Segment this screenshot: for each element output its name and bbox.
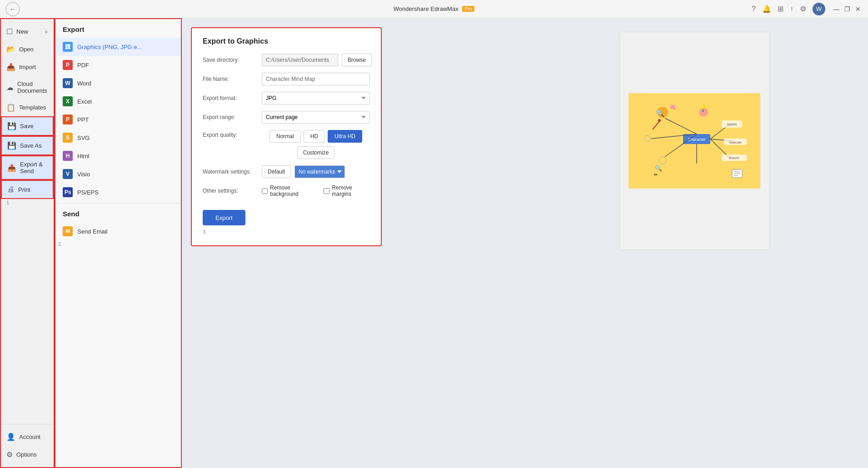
remove-background-label[interactable]: Remove background [262, 184, 316, 197]
save-directory-row: Save directory: Browse [203, 54, 370, 66]
ppt-icon: P [63, 115, 73, 124]
customize-button[interactable]: Customize [297, 146, 335, 159]
sidebar-step-label: 1. [1, 199, 54, 206]
watermark-control: Default No watermarks [262, 165, 370, 178]
html-icon: H [63, 151, 73, 161]
svg-text:🧠: 🧠 [669, 104, 676, 110]
preview-image: Character [620, 32, 769, 249]
svg-text:🔍: 🔍 [655, 164, 663, 172]
sidebar-item-options[interactable]: ⚙ Options [1, 446, 54, 463]
notification-icon[interactable]: 🔔 [762, 5, 771, 13]
export-item-pdf[interactable]: P PDF [55, 56, 181, 74]
export-quality-label: Export quality: [203, 130, 262, 138]
mindmap-svg: Character [629, 93, 760, 189]
svg-text:✏: ✏ [654, 172, 658, 177]
quality-ultrahd-button[interactable]: Ultra HD [328, 130, 362, 143]
svg-text:Character: Character [688, 137, 706, 142]
sidebar-templates-label: Templates [19, 104, 46, 111]
preview-box: Character [619, 32, 769, 250]
export-format-control: JPG PNG BMP TIFF SVG [262, 92, 370, 105]
help-icon[interactable]: ? [752, 5, 756, 13]
sidebar-item-account[interactable]: 👤 Account [1, 428, 54, 446]
export-range-control: Current page All pages Selected objects [262, 111, 370, 124]
sidebar-item-templates[interactable]: 📋 Templates [1, 99, 54, 116]
export-svg-label: SVG [77, 134, 90, 141]
sidebar-open-label: Open [19, 46, 34, 53]
export-email-label: Send Email [77, 228, 107, 235]
save-icon: 💾 [7, 122, 16, 130]
user-avatar[interactable]: W [813, 3, 825, 15]
watermark-select[interactable]: No watermarks [294, 165, 345, 178]
quality-normal-button[interactable]: Normal [269, 130, 301, 143]
sidebar-saveas-label: Save As [20, 142, 42, 149]
file-name-input[interactable] [262, 73, 370, 85]
pro-badge: Pro [462, 6, 475, 12]
sidebar-account-label: Account [19, 433, 40, 440]
export-item-visio[interactable]: V Visio [55, 165, 181, 183]
browse-button[interactable]: Browse [342, 54, 372, 66]
sidebar-item-new[interactable]: ☐ New + [1, 23, 54, 40]
back-button[interactable]: ← [5, 2, 20, 16]
file-name-row: File Name: [203, 73, 370, 85]
export-panel: Export 🖼 Graphics (PNG, JPG e... P PDF W… [55, 18, 182, 468]
watermark-row: Watermark settings: Default No watermark… [203, 165, 370, 178]
export-item-html[interactable]: H Html [55, 147, 181, 165]
export-ps-label: PS/EPS [77, 189, 99, 196]
sidebar-item-print[interactable]: 🖨 Print [1, 180, 54, 199]
remove-background-checkbox[interactable] [262, 188, 268, 194]
export-item-graphics[interactable]: 🖼 Graphics (PNG, JPG e... [55, 38, 181, 56]
export-item-svg[interactable]: S SVG [55, 129, 181, 147]
export-excel-label: Excel [77, 98, 92, 105]
export-button[interactable]: Export [203, 210, 245, 225]
save-as-icon: 💾 [7, 141, 16, 150]
sidebar-cloud-label: Cloud Documents [17, 80, 48, 94]
export-title: Export [55, 19, 181, 38]
cloud-icon: ☁ [6, 83, 14, 92]
export-visio-label: Visio [77, 171, 90, 178]
sidebar-item-save[interactable]: 💾 Save [1, 116, 54, 136]
sidebar-item-import[interactable]: 📥 Import [1, 58, 54, 76]
minimize-button[interactable]: — [832, 5, 841, 14]
export-graphics-label: Graphics (PNG, JPG e... [77, 44, 142, 50]
remove-background-text: Remove background [270, 184, 316, 197]
sidebar-options-label: Options [16, 451, 37, 458]
sidebar-item-export[interactable]: 📤 Export & Send [1, 155, 54, 180]
save-directory-input[interactable] [262, 54, 338, 66]
export-item-email[interactable]: ✉ Send Email [55, 222, 181, 240]
print-icon: 🖨 [7, 185, 15, 194]
export-range-select[interactable]: Current page All pages Selected objects [262, 111, 370, 124]
settings-icon[interactable]: ⚙ [800, 5, 806, 13]
export-format-row: Export format: JPG PNG BMP TIFF SVG [203, 92, 370, 105]
close-button[interactable]: ✕ [853, 5, 863, 14]
templates-icon: 📋 [6, 103, 15, 112]
sidebar-item-cloud[interactable]: ☁ Cloud Documents [1, 76, 54, 99]
grid-icon[interactable]: ⊞ [778, 5, 783, 13]
sidebar-item-open[interactable]: 📂 Open [1, 40, 54, 58]
sidebar-print-label: Print [18, 186, 30, 193]
maximize-button[interactable]: ❐ [843, 5, 852, 14]
pdf-icon: P [63, 60, 73, 70]
graphics-icon: 🖼 [63, 42, 73, 52]
export-item-excel[interactable]: X Excel [55, 92, 181, 110]
new-icon: ☐ [6, 27, 13, 36]
other-settings-row: Other settings: Remove background Remove… [203, 184, 370, 197]
remove-margins-checkbox[interactable] [324, 188, 329, 194]
import-icon: 📥 [6, 63, 15, 71]
export-item-word[interactable]: W Word [55, 74, 181, 92]
upload-icon[interactable]: ↑ [790, 5, 793, 13]
send-title: Send [55, 203, 181, 222]
save-directory-label: Save directory: [203, 57, 262, 63]
watermark-default-button[interactable]: Default [262, 165, 291, 178]
svg-text:Optelia: Optelia [726, 123, 736, 126]
export-item-ps[interactable]: Ps PS/EPS [55, 183, 181, 201]
quality-hd-button[interactable]: HD [304, 130, 325, 143]
export-item-ppt[interactable]: P PPT [55, 110, 181, 129]
svg-text:💡: 💡 [699, 105, 707, 112]
svg-icon: S [63, 133, 73, 143]
file-name-label: File Name: [203, 76, 262, 82]
remove-margins-label[interactable]: Remove margins [324, 184, 370, 197]
export-quality-control: Normal HD Ultra HD Customize [262, 130, 370, 159]
sidebar-item-save-as[interactable]: 💾 Save As [1, 136, 54, 155]
svg-text:Gertrude: Gertrude [729, 141, 742, 144]
export-format-select[interactable]: JPG PNG BMP TIFF SVG [262, 92, 370, 105]
